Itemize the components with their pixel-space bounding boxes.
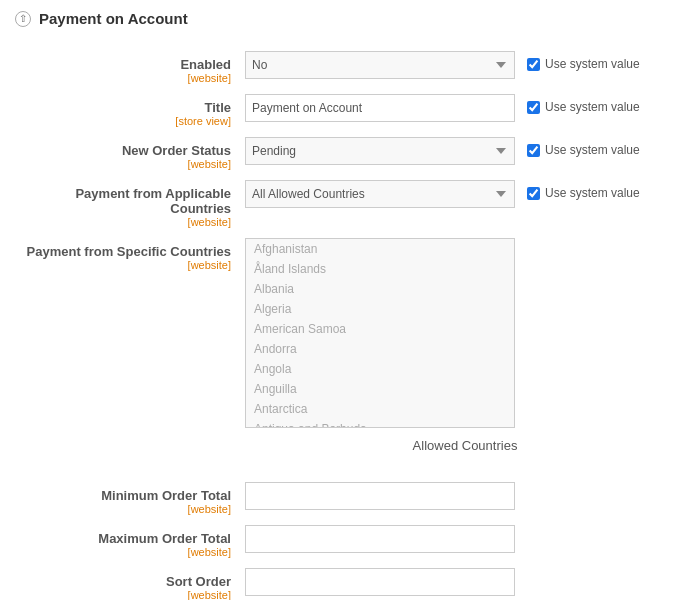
page-header: ⇧ Payment on Account xyxy=(15,10,685,33)
payment-specific-control: Afghanistan Åland Islands Albania Algeri… xyxy=(245,238,515,428)
new-order-status-select[interactable]: Pending Processing Complete xyxy=(245,137,515,165)
payment-specific-label: Payment from Specific Countries xyxy=(15,244,231,259)
payment-applicable-use-system-cell: Use system value xyxy=(515,180,640,200)
new-order-status-use-system-checkbox[interactable] xyxy=(527,144,540,157)
min-order-total-label: Minimum Order Total xyxy=(15,488,231,503)
country-anguilla[interactable]: Anguilla xyxy=(246,379,514,399)
allowed-countries-header-row: Allowed Countries xyxy=(15,438,685,470)
new-order-status-label: New Order Status xyxy=(15,143,231,158)
country-aland-islands[interactable]: Åland Islands xyxy=(246,259,514,279)
countries-listbox[interactable]: Afghanistan Åland Islands Albania Algeri… xyxy=(245,238,515,428)
title-control xyxy=(245,94,515,122)
payment-specific-row: Payment from Specific Countries [website… xyxy=(15,238,685,428)
min-order-total-label-cell: Minimum Order Total [website] xyxy=(15,482,245,515)
max-order-total-label: Maximum Order Total xyxy=(15,531,231,546)
enabled-use-system-label: Use system value xyxy=(545,57,640,71)
enabled-label-cell: Enabled [website] xyxy=(15,51,245,84)
sort-order-label: Sort Order xyxy=(15,574,231,589)
new-order-status-scope: [website] xyxy=(15,158,231,170)
payment-applicable-row: Payment from Applicable Countries [websi… xyxy=(15,180,685,228)
title-input[interactable] xyxy=(245,94,515,122)
title-use-system-cell: Use system value xyxy=(515,94,640,114)
enabled-scope: [website] xyxy=(15,72,231,84)
max-order-total-row: Maximum Order Total [website] xyxy=(15,525,685,558)
title-scope: [store view] xyxy=(15,115,231,127)
min-order-total-row: Minimum Order Total [website] xyxy=(15,482,685,515)
enabled-use-system-cell: Use system value xyxy=(515,51,640,71)
country-algeria[interactable]: Algeria xyxy=(246,299,514,319)
collapse-icon[interactable]: ⇧ xyxy=(15,11,31,27)
payment-specific-scope: [website] xyxy=(15,259,231,271)
min-order-total-scope: [website] xyxy=(15,503,231,515)
new-order-status-control: Pending Processing Complete xyxy=(245,137,515,165)
enabled-label: Enabled xyxy=(15,57,231,72)
new-order-status-label-cell: New Order Status [website] xyxy=(15,137,245,170)
payment-applicable-control: All Allowed Countries Specific Countries xyxy=(245,180,515,208)
title-label: Title xyxy=(15,100,231,115)
new-order-status-use-system-label: Use system value xyxy=(545,143,640,157)
country-angola[interactable]: Angola xyxy=(246,359,514,379)
max-order-total-input[interactable] xyxy=(245,525,515,553)
payment-applicable-label-cell: Payment from Applicable Countries [websi… xyxy=(15,180,245,228)
country-american-samoa[interactable]: American Samoa xyxy=(246,319,514,339)
max-order-total-scope: [website] xyxy=(15,546,231,558)
payment-applicable-use-system-checkbox[interactable] xyxy=(527,187,540,200)
enabled-select[interactable]: No Yes xyxy=(245,51,515,79)
min-order-total-use-system-cell xyxy=(515,482,527,488)
sort-order-use-system-cell xyxy=(515,568,527,574)
max-order-total-use-system-cell xyxy=(515,525,527,531)
payment-applicable-use-system-label: Use system value xyxy=(545,186,640,200)
country-afghanistan[interactable]: Afghanistan xyxy=(246,239,514,259)
payment-specific-label-cell: Payment from Specific Countries [website… xyxy=(15,238,245,271)
title-label-cell: Title [store view] xyxy=(15,94,245,127)
payment-applicable-scope: [website] xyxy=(15,216,231,228)
country-andorra[interactable]: Andorra xyxy=(246,339,514,359)
enabled-row: Enabled [website] No Yes Use system valu… xyxy=(15,51,685,84)
allowed-countries-header: Allowed Countries xyxy=(330,438,600,453)
title-use-system-checkbox[interactable] xyxy=(527,101,540,114)
payment-specific-use-system-cell xyxy=(515,238,527,244)
country-albania[interactable]: Albania xyxy=(246,279,514,299)
title-row: Title [store view] Use system value xyxy=(15,94,685,127)
enabled-use-system-checkbox[interactable] xyxy=(527,58,540,71)
min-order-total-control xyxy=(245,482,515,510)
sort-order-label-cell: Sort Order [website] xyxy=(15,568,245,600)
payment-applicable-select[interactable]: All Allowed Countries Specific Countries xyxy=(245,180,515,208)
sort-order-scope: [website] xyxy=(15,589,231,600)
sort-order-input[interactable] xyxy=(245,568,515,596)
new-order-status-row: New Order Status [website] Pending Proce… xyxy=(15,137,685,170)
sort-order-control xyxy=(245,568,515,596)
page-title: Payment on Account xyxy=(39,10,188,27)
new-order-status-use-system-cell: Use system value xyxy=(515,137,640,157)
min-order-total-input[interactable] xyxy=(245,482,515,510)
payment-applicable-label: Payment from Applicable Countries xyxy=(15,186,231,216)
enabled-control: No Yes xyxy=(245,51,515,79)
max-order-total-label-cell: Maximum Order Total [website] xyxy=(15,525,245,558)
title-use-system-label: Use system value xyxy=(545,100,640,114)
max-order-total-control xyxy=(245,525,515,553)
country-antigua-and-barbuda[interactable]: Antigua and Barbuda xyxy=(246,419,514,428)
country-antarctica[interactable]: Antarctica xyxy=(246,399,514,419)
sort-order-row: Sort Order [website] xyxy=(15,568,685,600)
form-table: Enabled [website] No Yes Use system valu… xyxy=(15,51,685,600)
